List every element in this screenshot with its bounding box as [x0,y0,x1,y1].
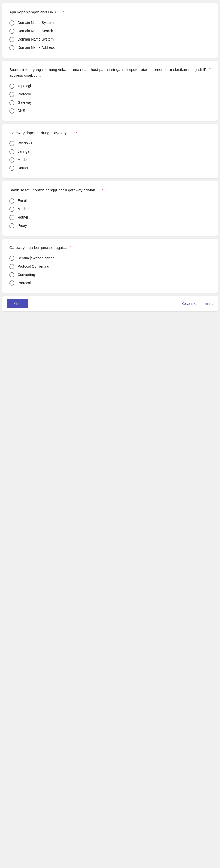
required-star-2: * [210,67,211,72]
radio-circle-1-4[interactable] [9,45,14,50]
radio-circle-2-4[interactable] [9,108,14,114]
option-label-2-4: DNS [18,108,25,114]
option-item-4-2[interactable]: Modem [9,207,211,212]
option-label-4-4: Proxy [18,223,27,228]
question-text-1: Apa kepanjangan dari DNS.... * [9,9,211,15]
option-label-4-1: Email [18,198,27,204]
question-text-4: Salah sasatu contoh penggunaan gateway a… [9,187,211,193]
required-star-3: * [75,130,77,135]
option-item-1-2[interactable]: Domain Name Search [9,29,211,34]
required-star-1: * [63,9,64,15]
radio-circle-3-2[interactable] [9,149,14,154]
question-card-3: Gateway dapat berfungsi layaknya.... *Wi… [2,124,218,178]
required-star-5: * [70,245,71,250]
option-label-3-3: Modem [18,157,30,162]
submit-button[interactable]: Kirim [7,299,28,308]
option-list-4: EmailModemRouterProxy [9,198,211,228]
radio-circle-5-1[interactable] [9,256,14,261]
option-item-3-2[interactable]: Jaringan [9,149,211,154]
option-label-5-2: Protocol Converting [18,264,49,269]
question-card-5: Gateway juga berguna sebagai.... *Semua … [2,239,218,293]
radio-circle-2-1[interactable] [9,84,14,89]
option-label-3-1: Windows [18,141,32,146]
option-label-5-3: Converting [18,272,35,277]
radio-circle-4-4[interactable] [9,223,14,228]
radio-circle-5-3[interactable] [9,272,14,277]
option-item-5-3[interactable]: Converting [9,272,211,277]
option-list-3: WindowsJaringanModemRouter [9,141,211,171]
radio-circle-3-1[interactable] [9,141,14,146]
option-label-1-4: Domain Name Address [18,45,55,50]
question-label-5: Gateway juga berguna sebagai.... [9,245,67,251]
question-label-4: Salah sasatu contoh penggunaan gateway a… [9,187,99,193]
radio-circle-3-4[interactable] [9,166,14,171]
question-card-2: Suatu sistem yang memungkinkan nama suat… [2,61,218,121]
option-item-1-3[interactable]: Domian Name System [9,37,211,42]
question-label-2: Suatu sistem yang memungkinkan nama suat… [9,67,207,79]
page-wrapper: Apa kepanjangan dari DNS.... *Domain Nam… [0,0,220,314]
radio-circle-4-2[interactable] [9,207,14,212]
question-text-3: Gateway dapat berfungsi layaknya.... * [9,130,211,136]
option-list-5: Semua jawaban benarProtocol ConvertingCo… [9,256,211,286]
option-item-4-1[interactable]: Email [9,198,211,204]
clear-form-link[interactable]: Kosongkan formu... [182,302,213,306]
option-label-1-3: Domian Name System [18,37,54,42]
option-item-2-3[interactable]: Gateway [9,100,211,105]
option-label-2-2: Protocol [18,92,31,97]
option-item-2-1[interactable]: Topologi [9,84,211,89]
option-label-2-3: Gateway [18,100,32,105]
option-item-4-3[interactable]: Router [9,215,211,220]
option-item-2-2[interactable]: Protocol [9,92,211,97]
option-item-1-4[interactable]: Domain Name Address [9,45,211,50]
option-label-5-4: Protocol [18,280,31,286]
radio-circle-1-3[interactable] [9,37,14,42]
question-text-5: Gateway juga berguna sebagai.... * [9,245,211,251]
question-label-3: Gateway dapat berfungsi layaknya.... [9,130,73,136]
option-list-2: TopologiProtocolGatewayDNS [9,84,211,114]
radio-circle-5-4[interactable] [9,280,14,286]
question-text-2: Suatu sistem yang memungkinkan nama suat… [9,67,211,79]
option-item-5-1[interactable]: Semua jawaban benar [9,256,211,261]
option-item-1-1[interactable]: Domain Name System [9,20,211,26]
option-item-3-4[interactable]: Router [9,166,211,171]
radio-circle-5-2[interactable] [9,264,14,269]
radio-circle-4-3[interactable] [9,215,14,220]
option-label-4-2: Modem [18,207,30,212]
radio-circle-4-1[interactable] [9,198,14,204]
bottom-bar: KirimKosongkan formu... [2,296,218,311]
option-item-3-1[interactable]: Windows [9,141,211,146]
radio-circle-1-2[interactable] [9,29,14,34]
option-label-2-1: Topologi [18,84,31,89]
radio-circle-1-1[interactable] [9,20,14,26]
option-item-5-4[interactable]: Protocol [9,280,211,286]
option-label-3-2: Jaringan [18,149,31,154]
question-card-1: Apa kepanjangan dari DNS.... *Domain Nam… [2,3,218,58]
option-item-3-3[interactable]: Modem [9,157,211,162]
option-label-3-4: Router [18,166,28,171]
option-item-2-4[interactable]: DNS [9,108,211,114]
option-label-5-1: Semua jawaban benar [18,256,54,261]
option-label-1-2: Domain Name Search [18,29,53,34]
option-label-1-1: Domain Name System [18,20,54,26]
question-card-4: Salah sasatu contoh penggunaan gateway a… [2,181,218,236]
option-label-4-3: Router [18,215,28,220]
radio-circle-2-3[interactable] [9,100,14,105]
option-item-4-4[interactable]: Proxy [9,223,211,228]
option-item-5-2[interactable]: Protocol Converting [9,264,211,269]
question-label-1: Apa kepanjangan dari DNS.... [9,9,60,15]
required-star-4: * [102,187,103,193]
radio-circle-2-2[interactable] [9,92,14,97]
radio-circle-3-3[interactable] [9,157,14,162]
option-list-1: Domain Name SystemDomain Name SearchDomi… [9,20,211,50]
